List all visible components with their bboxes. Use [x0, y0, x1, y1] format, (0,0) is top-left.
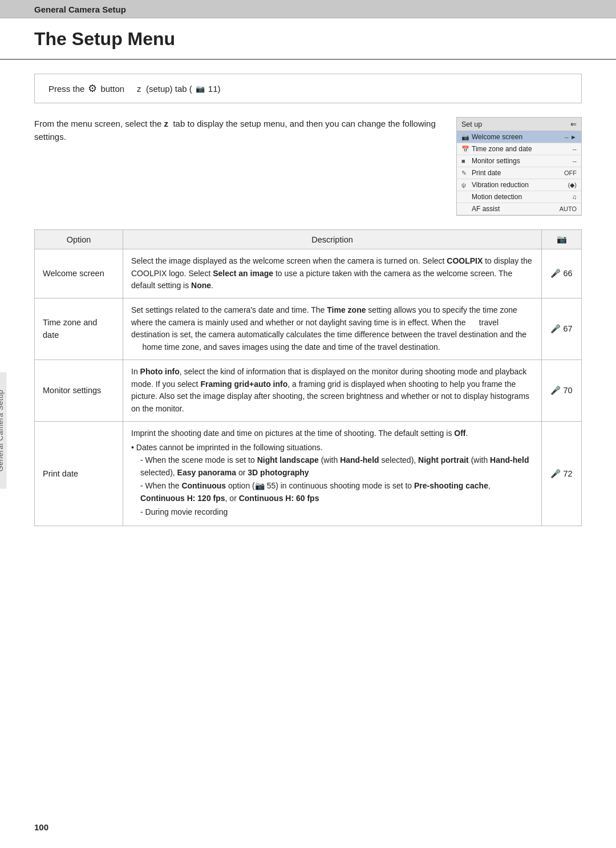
camera-header-icon: 📷	[557, 235, 567, 244]
camera-menu-screenshot: Set up ⇐ 📷 Welcome screen -- ► 📅 Time zo…	[456, 117, 582, 216]
page-title: The Setup Menu	[0, 18, 616, 60]
subbullet-movie: During movie recording	[140, 506, 533, 519]
camera-menu-print-value: OFF	[564, 169, 577, 176]
page-printdate: 🎤 72	[542, 421, 582, 526]
mic-icon-welcome: 🎤	[550, 269, 561, 278]
table-row-welcome: Welcome screen Select the image displaye…	[35, 249, 582, 298]
camera-menu-monitor-icon: ■	[461, 158, 469, 164]
camera-menu-vibration-label: Vibration reduction	[472, 181, 568, 189]
option-timezone: Time zone and date	[35, 298, 123, 360]
mic-icon-monitor: 🎤	[550, 386, 561, 395]
subbullet-nightlandscape: When the scene mode is set to Night land…	[140, 454, 533, 479]
table-header-page: 📷	[542, 230, 582, 249]
bullet-dates: Dates cannot be imprinted in the followi…	[131, 442, 533, 518]
section-header: General Camera Setup	[0, 0, 616, 18]
camera-menu-row-monitor: ■ Monitor settings --	[457, 155, 581, 167]
desc-printdate: Imprint the shooting date and time on pi…	[123, 421, 542, 526]
option-printdate: Print date	[35, 421, 123, 526]
table-row-timezone: Time zone and date Set settings related …	[35, 298, 582, 360]
camera-menu-af-icon	[461, 205, 469, 212]
camera-menu-row-value: -- ►	[565, 134, 577, 140]
camera-menu-print-label: Print date	[472, 169, 564, 177]
tab-instruction: z (setup) tab (	[137, 84, 192, 94]
camera-menu-row-icon: 📷	[461, 134, 469, 141]
camera-menu-af-label: AF assist	[472, 205, 560, 213]
camera-menu-row-label: Welcome screen	[472, 133, 565, 141]
print-date-bullets: Dates cannot be imprinted in the followi…	[131, 442, 533, 518]
camera-menu-row-af: AF assist AUTO	[457, 203, 581, 215]
page-monitor: 🎤 70	[542, 360, 582, 421]
page-footer: 100	[34, 822, 48, 832]
camera-menu-back-icon: ⇐	[570, 120, 577, 128]
desc-welcome: Select the image displayed as the welcom…	[123, 249, 542, 298]
camera-menu-timezone-icon: 📅	[461, 146, 469, 153]
print-date-subbullets: When the scene mode is set to Night land…	[140, 454, 533, 518]
intro-text: From the menu screen, select the z tab t…	[34, 117, 439, 144]
camera-menu-vibration-value: (◆)	[568, 181, 577, 189]
camera-menu-row-print: ✎ Print date OFF	[457, 167, 581, 179]
press-instruction-box: Press the ⚙ button z (setup) tab ( 📷 11)	[34, 74, 582, 103]
camera-menu-row-welcome: 📷 Welcome screen -- ►	[457, 131, 581, 143]
option-monitor: Monitor settings	[35, 360, 123, 421]
intro-section: From the menu screen, select the z tab t…	[34, 117, 582, 216]
camera-menu-af-value: AUTO	[560, 205, 577, 212]
page-timezone: 🎤 67	[542, 298, 582, 360]
wrench-icon: ⚙	[88, 82, 97, 95]
table-header-description: Description	[123, 230, 542, 249]
camera-menu-title-row: Set up ⇐	[457, 118, 581, 131]
intro-paragraph: From the menu screen, select the z tab t…	[34, 119, 436, 142]
subbullet-continuous: When the Continuous option (📷 55) in con…	[140, 480, 533, 504]
camera-menu-motion-value: ♫	[572, 193, 577, 200]
camera-menu-vibration-icon: ψ	[461, 181, 469, 188]
page-ref: 11)	[208, 84, 221, 94]
camera-menu-title: Set up	[461, 120, 482, 128]
mic-icon-timezone: 🎤	[550, 324, 561, 333]
camera-menu-motion-label: Motion detection	[472, 193, 572, 201]
camera-menu-monitor-label: Monitor settings	[472, 157, 573, 165]
camera-menu-row-motion: Motion detection ♫	[457, 191, 581, 203]
desc-monitor: In Photo info, select the kind of inform…	[123, 360, 542, 421]
table-row-monitor: Monitor settings In Photo info, select t…	[35, 360, 582, 421]
camera-menu-monitor-value: --	[573, 158, 577, 164]
desc-timezone: Set settings related to the camera's dat…	[123, 298, 542, 360]
camera-menu-timezone-value: --	[573, 146, 577, 152]
table-header-option: Option	[35, 230, 123, 249]
option-welcome: Welcome screen	[35, 249, 123, 298]
camera-menu-print-icon: ✎	[461, 169, 469, 177]
camera-menu-motion-icon	[461, 193, 469, 200]
page-number: 100	[34, 822, 48, 832]
main-content: Press the ⚙ button z (setup) tab ( 📷 11)…	[0, 74, 616, 549]
page-welcome: 🎤 66	[542, 249, 582, 298]
camera-icon-inline: 📷	[196, 84, 205, 93]
button-label: button	[100, 84, 124, 94]
side-label: General Camera Setup	[0, 373, 7, 489]
mic-icon-printdate: 🎤	[550, 469, 561, 478]
camera-menu-timezone-label: Time zone and date	[472, 145, 573, 153]
press-text: Press the	[48, 84, 84, 94]
section-label: General Camera Setup	[34, 5, 126, 14]
camera-menu-row-vibration: ψ Vibration reduction (◆)	[457, 179, 581, 191]
setup-menu-table: Option Description 📷 Welcome screen Sele…	[34, 229, 582, 526]
table-row-printdate: Print date Imprint the shooting date and…	[35, 421, 582, 526]
camera-menu-row-timezone: 📅 Time zone and date --	[457, 143, 581, 155]
